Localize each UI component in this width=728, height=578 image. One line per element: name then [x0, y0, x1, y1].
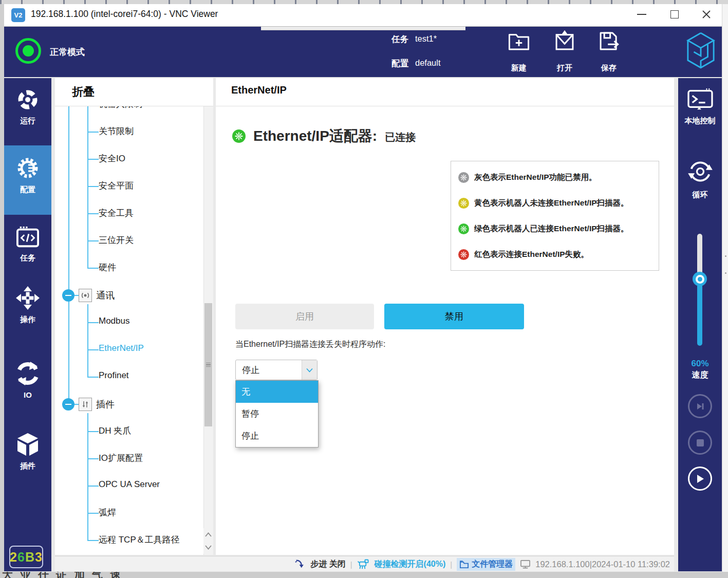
new-button-label: 新建: [511, 63, 527, 73]
sidebar-item-label: 操作: [20, 315, 35, 325]
speed-value: 60%: [678, 359, 722, 369]
robot-mode-indicator[interactable]: [15, 38, 41, 64]
speed-slider-knob[interactable]: [693, 272, 707, 286]
tree-connector: [87, 268, 99, 269]
green-status-icon: [458, 223, 469, 234]
tree-item-arc-welding[interactable]: 弧焊: [99, 507, 116, 518]
desktop-edge-right: [722, 4, 728, 572]
sidebar-item-label: 任务: [20, 253, 35, 263]
tree-connector: [87, 213, 99, 214]
checksum-char: 2: [10, 550, 17, 565]
divider: [216, 106, 674, 106]
file-manager-label: 文件管理器: [472, 559, 513, 570]
select-arrow-button[interactable]: [302, 360, 317, 380]
sidebar-item-label: IO: [24, 390, 32, 399]
close-button[interactable]: [695, 4, 718, 25]
legend-row: 红色表示连接EtherNet/IP失败。: [458, 249, 651, 260]
local-control-button[interactable]: 本地控制: [678, 87, 722, 126]
scroll-up-button[interactable]: [203, 528, 213, 541]
separator: |: [450, 560, 452, 569]
yellow-status-icon: [458, 198, 469, 209]
save-button[interactable]: 保存: [592, 30, 625, 73]
panel-title: EtherNet/IP: [231, 84, 287, 96]
dropdown-option-none[interactable]: 无: [236, 381, 318, 403]
tree-item-profinet[interactable]: Profinet: [99, 370, 129, 381]
adapter-status-text: 已连接: [385, 130, 416, 144]
gray-status-icon: [458, 172, 469, 183]
tree-connector: [87, 486, 99, 487]
mode-label: 正常模式: [50, 46, 85, 58]
legend-text: 灰色表示EtherNet/IP功能已禁用。: [474, 172, 597, 183]
tree-item-safety-tool[interactable]: 安全工具: [99, 207, 134, 219]
tree-connector: [87, 349, 99, 350]
vnc-app-icon: V2: [11, 8, 25, 22]
loop-button[interactable]: 循环: [678, 158, 722, 200]
tree-item-safety-plane[interactable]: 安全平面: [99, 180, 134, 192]
step-next-button[interactable]: [688, 394, 712, 418]
scroll-down-button[interactable]: [203, 541, 213, 554]
collapse-toggle-icon[interactable]: [62, 398, 74, 411]
sidebar-item-jog[interactable]: 操作: [4, 282, 51, 333]
vnc-titlebar[interactable]: V2 192.168.1.100 (intel-corei7-64:0) - V…: [4, 4, 728, 27]
tree-item-remote-tcp[interactable]: 远程 TCP＆工具路径: [99, 534, 180, 546]
step-mode-status[interactable]: 步进 关闭: [310, 559, 345, 570]
dropdown-option-stop[interactable]: 停止: [236, 425, 318, 447]
cube-icon: [15, 432, 40, 457]
sidebar-item-run[interactable]: 运行: [4, 84, 51, 135]
tree-item-safety-io[interactable]: 安全IO: [99, 153, 125, 164]
sidebar-item-label: 运行: [20, 116, 35, 126]
tree-connector: [87, 132, 99, 133]
play-button[interactable]: [688, 467, 712, 491]
local-control-label: 本地控制: [685, 116, 716, 126]
new-button[interactable]: 新建: [502, 30, 535, 73]
tree-connector: [87, 458, 99, 459]
run-target-icon: [16, 88, 40, 111]
dropdown-option-pause[interactable]: 暂停: [236, 403, 318, 425]
tree-item-opc-ua-server[interactable]: OPC UA Server: [99, 479, 160, 490]
sidebar-item-plugin[interactable]: 插件: [4, 428, 51, 479]
tree-connector: [87, 431, 99, 432]
tree-item-robot-limits[interactable]: 机器人限制: [99, 106, 142, 110]
disable-button[interactable]: 禁用: [384, 304, 524, 329]
collapse-toggle-icon[interactable]: [62, 289, 74, 302]
window-title: 192.168.1.100 (intel-corei7-64:0) - VNC …: [31, 9, 218, 20]
tree-item-modbus[interactable]: Modbus: [99, 316, 129, 326]
checksum-char: 3: [35, 550, 43, 565]
tree-item-communication[interactable]: 通讯: [96, 289, 115, 302]
minimize-button[interactable]: [630, 4, 654, 25]
loss-action-select[interactable]: 停止: [235, 360, 318, 380]
maximize-button[interactable]: [663, 4, 686, 25]
collision-detect-icon: [357, 559, 370, 570]
sidebar-item-task[interactable]: 任务: [4, 222, 51, 273]
tree-item-three-position-switch[interactable]: 三位开关: [99, 234, 134, 246]
open-icon: [553, 30, 576, 52]
folder-icon: [459, 560, 469, 569]
tree-collapse-header[interactable]: 折叠: [72, 84, 95, 100]
tree-item-plugins[interactable]: 插件: [96, 398, 115, 411]
file-manager-button[interactable]: 文件管理器: [457, 558, 515, 571]
stop-button[interactable]: [688, 431, 712, 455]
adapter-title: Ethernet/IP适配器:: [253, 126, 377, 146]
sidebar-item-io[interactable]: IO: [4, 357, 51, 408]
connection-info: 192.168.1.100|2024-01-10 11:39:02: [535, 560, 670, 569]
tree-item-io-expansion[interactable]: IO扩展配置: [99, 452, 143, 464]
move-arrows-icon: [15, 286, 40, 310]
enable-button[interactable]: 启用: [235, 304, 374, 329]
tree-item-hardware[interactable]: 硬件: [99, 262, 116, 273]
speed-slider-fill[interactable]: [697, 279, 702, 346]
speed-label: 速度: [678, 370, 722, 381]
collision-detect-status[interactable]: 碰撞检测开启(40%): [375, 559, 446, 570]
tree-connector: [87, 240, 99, 241]
open-button[interactable]: 打开: [548, 30, 581, 73]
tree-item-dh-gripper[interactable]: DH 夹爪: [99, 425, 131, 437]
legend-text: 红色表示连接EtherNet/IP失败。: [474, 249, 589, 260]
tree-connector: [74, 404, 79, 405]
close-icon: [701, 9, 712, 20]
terminal-icon: [687, 87, 714, 111]
task-value[interactable]: test1*: [415, 34, 437, 44]
config-value[interactable]: default: [415, 58, 441, 68]
sidebar-item-config[interactable]: 配置: [4, 145, 51, 215]
tree-scrollbar-thumb[interactable]: [204, 303, 212, 426]
tree-item-ethernet-ip[interactable]: EtherNet/IP: [99, 343, 144, 353]
tree-item-joint-limits[interactable]: 关节限制: [99, 125, 134, 137]
